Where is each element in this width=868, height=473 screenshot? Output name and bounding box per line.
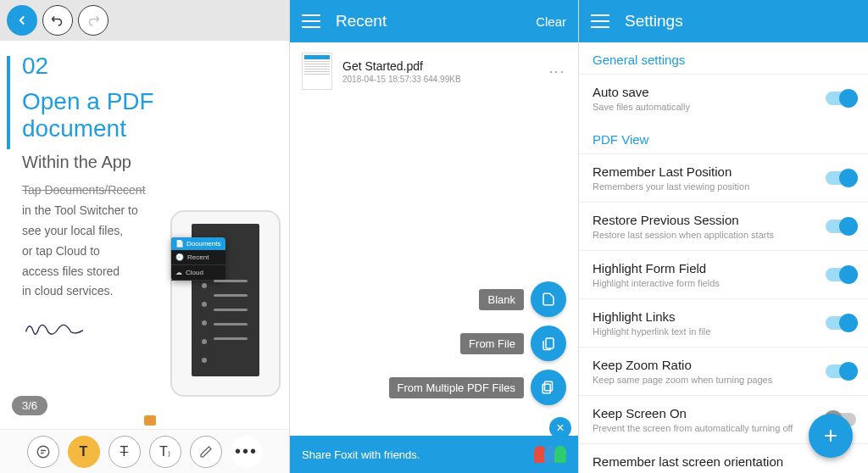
settings-pane: Settings General settings Auto save Save… bbox=[578, 0, 868, 473]
menu-item-recent: 🕘Recent bbox=[171, 250, 225, 265]
step-title: Open a PDFdocument bbox=[22, 88, 267, 142]
setting-restore-session[interactable]: Restore Previous Session Restore last se… bbox=[579, 202, 868, 250]
setting-desc: Save files automatically bbox=[593, 102, 817, 112]
fab-from-file-button[interactable] bbox=[531, 326, 566, 361]
more-tools-button[interactable]: ••• bbox=[231, 436, 263, 468]
text-cursor-icon: T⟩ bbox=[159, 444, 170, 459]
phone-list-lines bbox=[214, 280, 248, 340]
fab-blank-row[interactable]: Blank bbox=[479, 281, 566, 317]
setting-highlight-links[interactable]: Highlight Links Highlight hyperlink text… bbox=[579, 298, 868, 347]
setting-desc: Highlight hyperlink text in file bbox=[593, 326, 817, 337]
setting-desc: Prevent the screen from automatically tu… bbox=[593, 423, 817, 433]
share-banner[interactable]: × Share Foxit with friends. bbox=[290, 436, 578, 473]
fab-from-multi-button[interactable] bbox=[531, 370, 566, 405]
section-pdf-view: PDF View bbox=[579, 122, 868, 153]
fab-blank-button[interactable] bbox=[531, 281, 566, 317]
note-annotation-icon[interactable] bbox=[144, 415, 156, 426]
text-highlight-icon: T bbox=[80, 444, 88, 459]
plus-icon: + bbox=[824, 422, 837, 449]
toggle-highlight-links[interactable] bbox=[826, 316, 856, 330]
recent-files-pane: Recent Clear Get Started.pdf 2018-04-15 … bbox=[289, 0, 578, 473]
setting-desc: Remembers your last viewing position bbox=[593, 181, 817, 192]
title-line1: Open a PDF bbox=[22, 88, 154, 114]
menu-button[interactable] bbox=[591, 14, 609, 28]
pdf-viewer-pane: 02 Open a PDFdocument Within the App Tap… bbox=[0, 0, 289, 473]
step-body: Tap Documents/Recent in the Tool Switche… bbox=[22, 181, 166, 302]
redo-icon bbox=[86, 13, 101, 28]
banner-text: Share Foxit with friends. bbox=[302, 448, 420, 461]
comment-icon bbox=[36, 444, 51, 459]
setting-auto-save[interactable]: Auto save Save files automatically bbox=[579, 74, 868, 122]
menu-item-cloud: ☁Cloud bbox=[171, 265, 225, 281]
setting-desc: Keep same page zoom when turning pages bbox=[593, 375, 817, 385]
people-icon bbox=[536, 446, 566, 463]
back-button[interactable] bbox=[7, 5, 37, 36]
settings-title: Settings bbox=[625, 12, 856, 31]
file-meta: 2018-04-15 18:57:33 644.99KB bbox=[342, 75, 537, 84]
toggle-restore-session[interactable] bbox=[826, 220, 856, 233]
svg-rect-1 bbox=[546, 338, 554, 348]
setting-title: Keep Screen On bbox=[593, 406, 817, 420]
section-general: General settings bbox=[579, 42, 868, 74]
recent-header: Recent Clear bbox=[290, 0, 578, 42]
body-line: or tap Cloud to bbox=[22, 244, 100, 258]
setting-title: Highlight Form Field bbox=[593, 261, 817, 275]
signature-annotation bbox=[22, 315, 98, 341]
setting-desc: Highlight interactive form fields bbox=[593, 278, 817, 288]
strikeout-tool-button[interactable]: T bbox=[108, 436, 141, 468]
ellipsis-icon: ••• bbox=[235, 442, 258, 461]
toggle-keep-zoom[interactable] bbox=[826, 364, 856, 378]
undo-button[interactable] bbox=[42, 5, 73, 36]
body-line: access files stored bbox=[22, 264, 120, 278]
file-more-button[interactable]: ⋮ bbox=[548, 64, 566, 78]
arrow-left-icon bbox=[14, 13, 30, 28]
fab-add-button[interactable]: + bbox=[809, 414, 853, 458]
toggle-auto-save[interactable] bbox=[826, 92, 856, 105]
step-subtitle: Within the App bbox=[22, 153, 267, 172]
body-line: see your local files, bbox=[22, 224, 123, 237]
redo-button[interactable] bbox=[78, 5, 108, 36]
viewer-toolbar bbox=[0, 0, 289, 41]
phone-menu-overlay: 📄Documents 🕘Recent ☁Cloud bbox=[171, 237, 225, 281]
menu-item-documents: 📄Documents bbox=[171, 237, 225, 250]
body-line: in the Tool Switcher to bbox=[22, 203, 138, 217]
files-stack-icon bbox=[541, 380, 556, 395]
toggle-highlight-form[interactable] bbox=[826, 268, 856, 281]
phone-screen: 📄Documents 🕘Recent ☁Cloud bbox=[192, 224, 259, 376]
banner-close-button[interactable]: × bbox=[549, 417, 571, 439]
toggle-last-position[interactable] bbox=[826, 171, 856, 185]
annotation-toolbar: T T T⟩ ••• bbox=[0, 429, 289, 473]
menu-button[interactable] bbox=[302, 14, 320, 28]
recent-title: Recent bbox=[336, 12, 536, 31]
phone-list-dots bbox=[202, 283, 207, 363]
accent-bar bbox=[7, 56, 10, 149]
fab-from-multi-label: From Multiple PDF Files bbox=[389, 377, 524, 398]
phone-mockup: 📄Documents 🕘Recent ☁Cloud bbox=[170, 210, 281, 397]
settings-scroll[interactable]: General settings Auto save Save files au… bbox=[579, 42, 868, 473]
fab-from-multi-row[interactable]: From Multiple PDF Files bbox=[389, 370, 566, 405]
highlight-tool-button[interactable]: T bbox=[68, 436, 100, 468]
setting-last-position[interactable]: Remember Last Position Remembers your la… bbox=[579, 153, 868, 202]
pencil-tool-button[interactable] bbox=[190, 436, 222, 468]
fab-menu: Blank From File From Multiple PDF Files bbox=[389, 281, 566, 405]
fab-from-file-label: From File bbox=[460, 333, 524, 354]
svg-rect-3 bbox=[542, 384, 550, 393]
file-info: Get Started.pdf 2018-04-15 18:57:33 644.… bbox=[342, 59, 537, 84]
text-tool-button[interactable]: T⟩ bbox=[149, 436, 181, 468]
step-number: 02 bbox=[22, 53, 267, 80]
fab-from-file-row[interactable]: From File bbox=[460, 326, 566, 361]
svg-rect-2 bbox=[545, 381, 553, 391]
body-line: in cloud services. bbox=[22, 284, 113, 298]
strikethrough-text: Tap Documents/Recent bbox=[22, 183, 146, 197]
text-strike-icon: T bbox=[120, 444, 129, 459]
setting-keep-zoom[interactable]: Keep Zoom Ratio Keep same page zoom when… bbox=[579, 347, 868, 395]
setting-highlight-form[interactable]: Highlight Form Field Highlight interacti… bbox=[579, 250, 868, 298]
file-item[interactable]: Get Started.pdf 2018-04-15 18:57:33 644.… bbox=[290, 42, 578, 100]
setting-desc: Restore last session when application st… bbox=[593, 230, 817, 240]
svg-point-0 bbox=[37, 446, 49, 458]
comment-tool-button[interactable] bbox=[27, 436, 59, 468]
setting-title: Remember Last Position bbox=[593, 164, 817, 179]
file-copy-icon bbox=[541, 336, 556, 351]
clear-button[interactable]: Clear bbox=[536, 14, 566, 29]
page-indicator[interactable]: 3/6 bbox=[12, 396, 47, 415]
